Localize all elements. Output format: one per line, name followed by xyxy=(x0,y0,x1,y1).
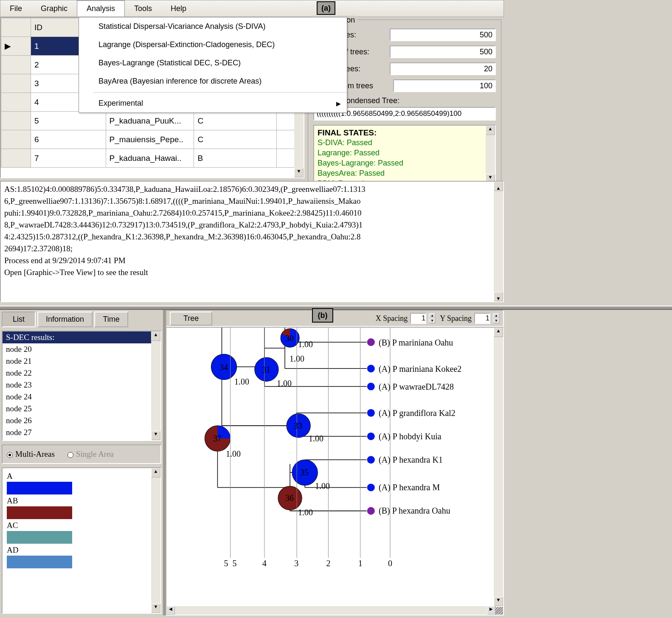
taxon-label: (A) P wawraeDL7428 xyxy=(379,382,454,392)
log-line: 4:2.4325)15:0.287312,((P_hexandra_K1:2.3… xyxy=(4,231,500,243)
list-item[interactable]: node 27 xyxy=(3,427,160,438)
x-spacing-input[interactable] xyxy=(410,313,426,324)
menu-experimental[interactable]: Experimental▶ xyxy=(79,94,347,112)
menu-bayes-lagrange[interactable]: Bayes-Lagrange (Statistical DEC, S-DEC) xyxy=(79,54,347,72)
scroll-up-icon[interactable]: ▲ xyxy=(151,331,160,341)
taxon-label: (A) P hexandra M xyxy=(379,483,440,492)
menu-tools[interactable]: Tools xyxy=(125,1,161,17)
tab-list[interactable]: List xyxy=(2,312,36,327)
scroll-up-icon[interactable]: ▲ xyxy=(486,126,495,135)
scroll-right-icon[interactable]: ▶ xyxy=(487,606,495,615)
log-scrollbar[interactable]: ▲▼ xyxy=(494,182,503,301)
y-spacing-label: Y Spacing xyxy=(440,314,472,323)
tab-tree[interactable]: Tree xyxy=(170,312,212,326)
panel-badge-a: (a) xyxy=(317,1,335,15)
scroll-left-icon[interactable]: ◀ xyxy=(166,606,175,615)
legend-item[interactable]: A xyxy=(7,472,156,494)
discard-trees-input[interactable] xyxy=(390,62,496,75)
status-line: S-DIVA: Passed xyxy=(318,138,492,148)
canvas-vscroll[interactable]: ▲▼ xyxy=(494,328,503,606)
list-item[interactable]: node 24 xyxy=(3,391,160,403)
menu-sdiva[interactable]: Statistical Dispersal-Vicariance Analysi… xyxy=(79,17,347,36)
y-spacing-input[interactable] xyxy=(474,313,490,324)
spin-down-icon[interactable]: ▼ xyxy=(429,318,436,323)
status-line: Lagrange: Passed xyxy=(318,148,492,158)
menu-help[interactable]: Help xyxy=(161,1,196,17)
support-value: 1.00 xyxy=(298,340,313,349)
taxon-label: (A) P grandiflora Kal2 xyxy=(379,408,455,418)
radio-single-area[interactable]: Single Area xyxy=(67,449,114,459)
svg-text:1: 1 xyxy=(358,559,363,568)
pane-divider[interactable] xyxy=(0,306,672,310)
support-value: 1.00 xyxy=(309,434,323,444)
scroll-down-icon[interactable]: ▼ xyxy=(151,431,160,440)
tab-information[interactable]: Information xyxy=(37,312,93,327)
svg-text:0: 0 xyxy=(388,559,392,568)
list-item[interactable]: S-DEC results: xyxy=(3,331,160,343)
menu-analysis[interactable]: Analysis xyxy=(77,0,125,17)
scroll-up-icon[interactable]: ▲ xyxy=(151,468,160,478)
scroll-down-icon[interactable]: ▼ xyxy=(494,597,503,606)
tree-canvas[interactable]: 5 5 4 3 2 1 0 (B) P marini xyxy=(166,327,504,615)
support-value: 1.00 xyxy=(315,481,330,491)
x-spacing-control: X Spacing ▲▼ xyxy=(376,313,436,324)
list-item[interactable]: node 23 xyxy=(3,379,160,391)
legend-item[interactable]: AD xyxy=(7,545,156,568)
menu-graphic[interactable]: Graphic xyxy=(31,1,77,17)
nodelist-scrollbar[interactable]: ▲▼ xyxy=(151,331,160,440)
spin-up-icon[interactable]: ▲ xyxy=(493,313,500,318)
spin-down-icon[interactable]: ▼ xyxy=(493,318,500,323)
svg-point-30 xyxy=(367,409,375,417)
legend-item[interactable]: AC xyxy=(7,521,156,544)
menu-lagrange[interactable]: Lagrange (Dispersal-Extinction-Cladogene… xyxy=(79,36,347,54)
node-listbox[interactable]: S-DEC results: node 20 node 21 node 22 n… xyxy=(2,331,161,441)
canvas-hscroll[interactable]: ◀▶ xyxy=(166,606,495,615)
svg-point-27 xyxy=(367,338,375,346)
list-item[interactable]: node 25 xyxy=(3,403,160,415)
list-item[interactable]: node 20 xyxy=(3,343,160,355)
radio-off-icon xyxy=(67,452,73,458)
list-item[interactable]: node 21 xyxy=(3,355,160,367)
svg-point-32 xyxy=(367,456,375,464)
taxon-label: (A) P hobdyi Kuia xyxy=(379,432,441,441)
menu-file[interactable]: File xyxy=(0,1,31,17)
table-row[interactable]: 6P_mauiensis_Pepe..C xyxy=(1,130,304,149)
random-trees-input[interactable] xyxy=(393,79,496,92)
table-row[interactable]: 7P_kaduana_Hawai..B xyxy=(1,149,304,168)
binary-trees-input[interactable] xyxy=(390,28,496,41)
log-line: puhi:1.99401)9:0.732828,P_mariniana_Oahu… xyxy=(4,207,500,219)
svg-text:3: 3 xyxy=(294,559,298,568)
node-number: 34 xyxy=(219,362,228,372)
radio-multi-areas[interactable]: Multi-Areas xyxy=(7,449,55,459)
submenu-arrow-icon: ▶ xyxy=(336,100,347,107)
svg-point-34 xyxy=(367,507,375,515)
scroll-down-icon[interactable]: ▼ xyxy=(494,292,503,301)
amount-trees-input[interactable] xyxy=(390,45,496,58)
scroll-up-icon[interactable]: ▲ xyxy=(494,328,503,337)
scroll-up-icon[interactable]: ▲ xyxy=(494,182,503,191)
table-row[interactable]: 5P_kaduana_PuuK...C xyxy=(1,112,304,130)
legend-item[interactable]: AB xyxy=(7,496,156,519)
spin-up-icon[interactable]: ▲ xyxy=(429,313,436,318)
scroll-down-icon[interactable]: ▼ xyxy=(151,604,160,613)
support-value: 1.00 xyxy=(290,354,304,364)
area-mode-group: Multi-Areas Single Area xyxy=(2,444,161,464)
log-output[interactable]: AS:1.85102)4:0.000889786)5:0.334738,P_ka… xyxy=(0,181,504,302)
taxon-label: (A) P mariniana Kokee2 xyxy=(379,364,461,374)
legend-scrollbar[interactable]: ▲▼ xyxy=(151,468,160,613)
scroll-down-icon[interactable]: ▼ xyxy=(294,168,304,177)
area-legend: A AB AC AD ▲▼ xyxy=(2,467,161,614)
support-value: 1.00 xyxy=(234,377,249,387)
left-tabs: List Information Time xyxy=(0,310,163,329)
resize-grip-icon[interactable] xyxy=(495,607,503,615)
svg-point-28 xyxy=(367,365,375,372)
menu-bayarea[interactable]: BayArea (Bayesian inference for discrete… xyxy=(79,72,347,90)
log-line: 2694)17:2.37208)18; xyxy=(4,243,500,255)
final-states-scrollbar[interactable]: ▲▼ xyxy=(486,126,495,183)
list-item[interactable]: node 26 xyxy=(3,415,160,427)
list-item[interactable]: node 22 xyxy=(3,367,160,379)
swatch-icon xyxy=(7,482,72,494)
log-line: Open [Graphic->Tree View] to see the res… xyxy=(4,267,500,278)
tab-time[interactable]: Time xyxy=(94,312,128,327)
log-line: 8,P_wawraeDL7428:3.44436)12:0.732917)13:… xyxy=(4,219,500,231)
